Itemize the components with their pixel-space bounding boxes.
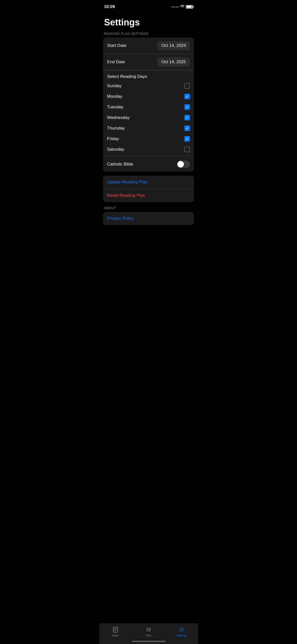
status-icons [172, 5, 193, 9]
saturday-checkbox[interactable] [184, 147, 190, 152]
tuesday-checkbox[interactable] [184, 104, 190, 110]
saturday-label: Saturday [107, 147, 124, 152]
friday-label: Friday [107, 136, 119, 141]
friday-row[interactable]: Friday [103, 134, 194, 144]
reset-reading-plan-row[interactable]: Reset Reading Plan [103, 189, 194, 202]
start-date-label: Start Date [107, 43, 126, 48]
saturday-row[interactable]: Saturday [103, 144, 194, 155]
update-reading-plan-row[interactable]: Update Reading Plan [103, 176, 194, 189]
catholic-bible-row[interactable]: Catholic Bible [103, 157, 194, 172]
battery-icon [186, 5, 193, 9]
monday-checkbox[interactable] [184, 94, 190, 99]
thursday-row[interactable]: Thursday [103, 123, 194, 134]
tuesday-label: Tuesday [107, 105, 123, 110]
end-date-label: End Date [107, 59, 125, 65]
page-title: Settings [99, 12, 198, 32]
tuesday-row[interactable]: Tuesday [103, 102, 194, 112]
about-section-label: ABOUT [99, 206, 198, 212]
end-date-row[interactable]: End Date Oct 14, 2025 [103, 54, 194, 70]
catholic-bible-toggle[interactable] [177, 160, 190, 168]
reading-plan-section-label: READING PLAN SETTINGS [99, 32, 198, 38]
select-reading-days-label: Select Reading Days [107, 74, 147, 79]
monday-label: Monday [107, 94, 122, 99]
thursday-label: Thursday [107, 126, 125, 131]
privacy-policy-row[interactable]: Privacy Policy [103, 212, 194, 225]
sunday-row[interactable]: Sunday [103, 81, 194, 91]
friday-checkbox[interactable] [184, 136, 190, 142]
sunday-label: Sunday [107, 83, 122, 88]
sunday-checkbox[interactable] [184, 83, 190, 89]
catholic-bible-label: Catholic Bible [107, 162, 133, 167]
signal-dots-icon [172, 6, 179, 8]
privacy-policy-link[interactable]: Privacy Policy [107, 216, 134, 221]
reset-reading-plan-button[interactable]: Reset Reading Plan [107, 193, 145, 198]
select-reading-days-header: Select Reading Days [103, 71, 194, 81]
status-bar: 10:09 [99, 0, 198, 12]
actions-card: Update Reading Plan Reset Reading Plan [103, 176, 194, 202]
end-date-value: Oct 14, 2025 [157, 57, 190, 67]
wifi-icon [180, 5, 184, 9]
status-time: 10:09 [104, 4, 115, 9]
about-card: Privacy Policy [103, 212, 194, 225]
reading-plan-card: Start Date Oct 14, 2024 End Date Oct 14,… [103, 38, 194, 172]
wednesday-row[interactable]: Wednesday [103, 112, 194, 123]
update-reading-plan-button[interactable]: Update Reading Plan [107, 180, 148, 184]
start-date-row[interactable]: Start Date Oct 14, 2024 [103, 38, 194, 54]
monday-row[interactable]: Monday [103, 91, 194, 102]
thursday-checkbox[interactable] [184, 125, 190, 131]
start-date-value: Oct 14, 2024 [157, 41, 190, 50]
wednesday-label: Wednesday [107, 115, 129, 120]
wednesday-checkbox[interactable] [184, 115, 190, 120]
